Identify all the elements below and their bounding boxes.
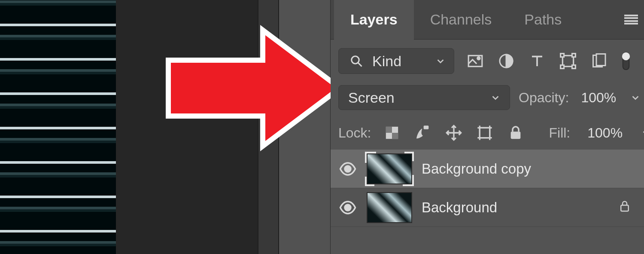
opacity-label[interactable]: Opacity: <box>519 90 569 106</box>
layer-row-background[interactable]: Background <box>331 188 644 227</box>
svg-rect-17 <box>386 127 392 133</box>
filter-toggle-switch[interactable] <box>621 52 631 70</box>
opacity-value[interactable]: 100% <box>581 90 616 106</box>
panel-divider-2 <box>279 0 331 254</box>
visibility-toggle-icon[interactable] <box>338 198 357 217</box>
lock-artboard-icon[interactable] <box>476 124 494 142</box>
blend-mode-value: Screen <box>348 89 395 106</box>
canvas-image <box>0 0 116 254</box>
svg-point-28 <box>345 166 351 172</box>
layer-lock-icon[interactable] <box>618 200 634 215</box>
smartobject-layer-filter-icon[interactable] <box>590 52 608 70</box>
layer-filter-row: Kind <box>331 40 644 79</box>
svg-rect-8 <box>561 54 564 57</box>
svg-rect-27 <box>511 132 521 139</box>
panel-tabs: Layers Channels Paths <box>331 0 644 40</box>
layer-thumbnail[interactable] <box>367 192 412 223</box>
filter-kind-label: Kind <box>372 53 401 70</box>
blend-mode-dropdown[interactable]: Screen <box>338 85 510 110</box>
visibility-toggle-icon[interactable] <box>338 159 357 178</box>
fill-chevron-icon[interactable] <box>641 128 644 138</box>
workspace-background <box>116 0 258 254</box>
svg-rect-19 <box>424 125 429 129</box>
svg-line-1 <box>358 63 362 67</box>
lock-label: Lock: <box>338 125 371 141</box>
svg-point-15 <box>622 52 630 60</box>
tab-layers[interactable]: Layers <box>334 0 414 40</box>
layer-name-label[interactable]: Background <box>422 199 609 216</box>
lock-all-icon[interactable] <box>507 124 525 142</box>
svg-rect-10 <box>561 65 564 69</box>
shape-layer-filter-icon[interactable] <box>559 52 577 70</box>
search-icon <box>347 52 365 70</box>
fill-value[interactable]: 100% <box>587 125 623 141</box>
lock-image-icon[interactable] <box>414 124 432 142</box>
canvas-region[interactable] <box>0 0 116 254</box>
svg-rect-30 <box>621 205 629 211</box>
type-layer-filter-icon[interactable] <box>528 52 546 70</box>
svg-rect-13 <box>596 54 605 66</box>
svg-point-3 <box>477 57 480 60</box>
panel-menu-icon[interactable] <box>623 11 640 28</box>
fill-label[interactable]: Fill: <box>549 125 570 141</box>
svg-rect-18 <box>392 133 398 139</box>
panel-divider-1[interactable] <box>258 0 279 254</box>
pixel-layer-filter-icon[interactable] <box>466 52 484 70</box>
blend-mode-row: Screen Opacity: 100% <box>331 79 644 115</box>
adjustment-layer-filter-icon[interactable] <box>497 52 515 70</box>
lock-row: Lock: <box>331 115 644 150</box>
lock-transparency-icon[interactable] <box>383 124 401 142</box>
layers-panel: Layers Channels Paths Kind <box>331 0 644 254</box>
layer-row-background-copy[interactable]: Background copy <box>331 150 644 188</box>
svg-point-29 <box>345 205 351 211</box>
chevron-down-icon <box>436 56 445 66</box>
svg-point-0 <box>352 56 359 64</box>
svg-rect-22 <box>480 128 490 138</box>
filter-kind-dropdown[interactable]: Kind <box>338 48 454 74</box>
chevron-down-icon <box>491 93 500 102</box>
tab-channels[interactable]: Channels <box>414 0 508 40</box>
opacity-chevron-icon[interactable] <box>631 93 640 102</box>
filter-type-icons <box>466 52 631 70</box>
svg-rect-11 <box>572 65 576 69</box>
layers-list: Background copy Background <box>331 150 644 227</box>
lock-position-icon[interactable] <box>445 124 463 142</box>
svg-rect-9 <box>572 54 576 57</box>
layer-name-label[interactable]: Background copy <box>422 161 634 177</box>
layer-thumbnail[interactable] <box>367 153 412 184</box>
tab-paths[interactable]: Paths <box>508 0 578 40</box>
